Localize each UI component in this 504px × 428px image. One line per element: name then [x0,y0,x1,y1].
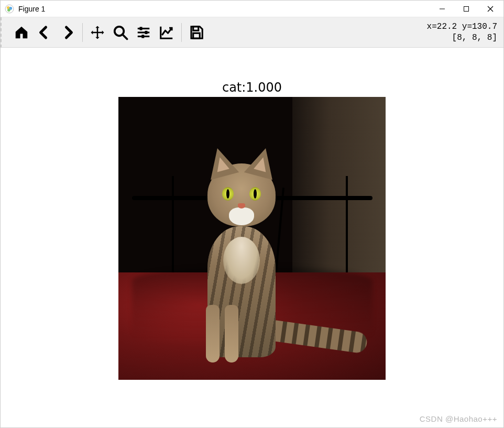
home-button[interactable] [10,21,33,44]
cursor-pixel-value: [8, 8, 8] [427,32,497,43]
move-icon [90,25,105,40]
figure-canvas[interactable]: cat:1.000 CSDN @Haohao+++ [1,48,503,428]
minimize-button[interactable] [430,1,454,17]
cursor-coords: x=22.2 y=130.7 [427,21,497,32]
cursor-status: x=22.2 y=130.7 [8, 8, 8] [427,21,498,43]
plot-image [118,97,386,380]
home-icon [14,25,29,40]
chart-line-icon [159,25,174,40]
svg-rect-17 [193,33,200,38]
maximize-button[interactable] [454,1,478,17]
edit-axes-button[interactable] [155,21,178,44]
zoom-icon [113,25,128,40]
toolbar-separator [181,23,182,42]
toolbar-separator [82,23,83,42]
plot-title: cat:1.000 [1,80,503,95]
zoom-button[interactable] [109,21,132,44]
svg-rect-16 [193,26,199,30]
close-button[interactable] [478,1,502,17]
window-titlebar: Figure 1 [1,1,503,17]
svg-rect-13 [145,30,148,34]
app-icon [5,4,14,14]
svg-point-3 [7,8,10,12]
svg-line-9 [123,34,127,39]
save-icon [189,25,204,40]
save-button[interactable] [185,21,208,44]
configure-subplots-button[interactable] [132,21,155,44]
svg-rect-15 [141,35,144,38]
svg-rect-5 [464,6,469,11]
matplotlib-toolbar: x=22.2 y=130.7 [8, 8, 8] [1,17,503,48]
arrow-left-icon [37,25,52,40]
arrow-right-icon [60,25,75,40]
svg-rect-11 [140,27,143,30]
window-title: Figure 1 [18,5,45,13]
watermark: CSDN @Haohao+++ [420,414,497,423]
pan-button[interactable] [86,21,109,44]
sliders-icon [136,25,151,40]
forward-button[interactable] [56,21,79,44]
back-button[interactable] [33,21,56,44]
